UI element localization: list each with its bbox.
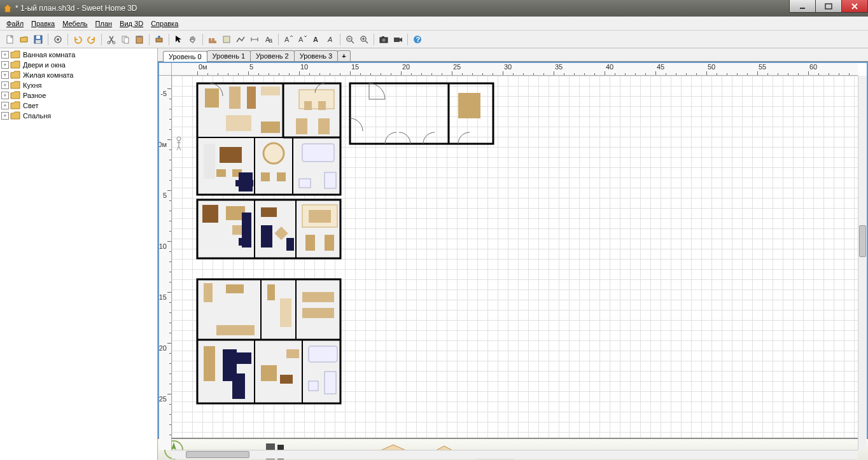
scrollbar-horizontal[interactable] bbox=[172, 450, 858, 459]
minimize-button[interactable] bbox=[789, 0, 816, 13]
create-dimensions-icon[interactable] bbox=[248, 33, 261, 46]
svg-rect-96 bbox=[280, 375, 293, 384]
svg-rect-4 bbox=[36, 36, 40, 39]
svg-rect-90 bbox=[302, 308, 334, 318]
open-file-icon[interactable] bbox=[18, 33, 31, 46]
create-rooms-icon[interactable] bbox=[220, 33, 233, 46]
undo-icon[interactable] bbox=[71, 33, 84, 46]
catalog-category[interactable]: +Жилая комната bbox=[1, 70, 156, 80]
menu-help[interactable]: Справка bbox=[147, 18, 182, 29]
level-tab-0[interactable]: Уровень 0 bbox=[163, 51, 207, 62]
catalog-category[interactable]: +Кухня bbox=[1, 80, 156, 90]
svg-rect-14 bbox=[156, 38, 162, 42]
svg-rect-97 bbox=[286, 349, 299, 358]
catalog-tree[interactable]: +Ванная комната+Двери и окна+Жилая комна… bbox=[0, 48, 157, 122]
expand-icon[interactable]: + bbox=[1, 51, 9, 59]
svg-rect-16 bbox=[209, 38, 211, 41]
svg-rect-5 bbox=[36, 40, 41, 43]
category-label: Спальня bbox=[23, 112, 51, 120]
save-file-icon[interactable] bbox=[32, 33, 45, 46]
svg-rect-51 bbox=[220, 147, 242, 163]
create-walls-icon[interactable] bbox=[206, 33, 219, 46]
catalog-category[interactable]: +Свет bbox=[1, 101, 156, 111]
add-furniture-icon[interactable] bbox=[153, 33, 165, 46]
svg-text:?: ? bbox=[416, 36, 421, 43]
ruler-vertical: -50м510152025 bbox=[159, 76, 172, 450]
text-increase-icon[interactable]: A bbox=[282, 33, 295, 46]
svg-rect-40 bbox=[229, 87, 241, 109]
menubar: Файл Правка Мебель План Вид 3D Справка bbox=[0, 17, 868, 31]
help-icon[interactable]: ? bbox=[411, 33, 424, 46]
create-video-icon[interactable] bbox=[391, 33, 404, 46]
catalog-category[interactable]: +Спальня bbox=[1, 111, 156, 121]
ruler-corner bbox=[159, 63, 172, 76]
catalog-category[interactable]: +Разное bbox=[1, 90, 156, 101]
catalog-category[interactable]: +Ванная комната bbox=[1, 50, 156, 60]
menu-3dview[interactable]: Вид 3D bbox=[116, 18, 147, 29]
redo-icon[interactable] bbox=[85, 33, 98, 46]
menu-furniture[interactable]: Мебель bbox=[59, 18, 91, 29]
svg-rect-18 bbox=[223, 36, 230, 43]
svg-rect-49 bbox=[318, 118, 330, 134]
category-label: Ванная комната bbox=[23, 51, 75, 59]
svg-rect-71 bbox=[261, 225, 272, 247]
cut-icon[interactable] bbox=[105, 33, 118, 46]
svg-rect-58 bbox=[277, 172, 286, 181]
close-button[interactable] bbox=[841, 0, 868, 13]
scrollbar-vertical[interactable] bbox=[858, 76, 867, 450]
create-polylines-icon[interactable] bbox=[234, 33, 247, 46]
svg-rect-59 bbox=[302, 144, 334, 162]
catalog-category[interactable]: +Двери и окна bbox=[1, 60, 156, 70]
preferences-icon[interactable] bbox=[52, 33, 64, 46]
text-decrease-icon[interactable]: A bbox=[296, 33, 309, 46]
floor-plan-drawing bbox=[172, 76, 858, 450]
separator bbox=[374, 34, 374, 45]
svg-point-28 bbox=[382, 38, 386, 41]
svg-rect-46 bbox=[304, 101, 312, 110]
menu-plan[interactable]: План bbox=[92, 18, 116, 29]
menu-edit[interactable]: Правка bbox=[27, 18, 59, 29]
svg-rect-15 bbox=[209, 41, 216, 43]
svg-rect-99 bbox=[325, 372, 336, 394]
text-bold-icon[interactable]: A bbox=[310, 33, 323, 46]
text-italic-icon[interactable]: A bbox=[324, 33, 337, 46]
plan-view[interactable]: 0м51015202530354045505560 -50м510152025 bbox=[158, 62, 868, 460]
new-file-icon[interactable] bbox=[4, 33, 17, 46]
svg-rect-67 bbox=[232, 225, 242, 235]
separator bbox=[48, 34, 48, 45]
maximize-button[interactable] bbox=[815, 0, 842, 13]
svg-rect-86 bbox=[216, 325, 255, 335]
paste-icon[interactable] bbox=[133, 33, 146, 46]
expand-icon[interactable]: + bbox=[1, 61, 9, 69]
level-tab-2[interactable]: Уровень 2 bbox=[250, 50, 295, 61]
svg-rect-91 bbox=[204, 346, 215, 381]
category-label: Свет bbox=[23, 102, 38, 109]
expand-icon[interactable]: + bbox=[1, 92, 9, 99]
scrollbar-thumb[interactable] bbox=[859, 225, 866, 257]
pan-icon[interactable] bbox=[186, 33, 199, 46]
folder-icon bbox=[10, 81, 20, 90]
level-tab-3[interactable]: Уровень 3 bbox=[294, 50, 339, 61]
select-icon[interactable] bbox=[172, 33, 185, 46]
menu-file[interactable]: Файл bbox=[3, 18, 27, 29]
zoom-in-icon[interactable] bbox=[358, 33, 370, 46]
level-tab-add[interactable]: + bbox=[337, 50, 350, 61]
expand-icon[interactable]: + bbox=[1, 71, 9, 79]
svg-rect-69 bbox=[239, 238, 251, 246]
scrollbar-thumb[interactable] bbox=[186, 451, 249, 458]
copy-icon[interactable] bbox=[119, 33, 132, 46]
expand-icon[interactable]: + bbox=[1, 81, 9, 89]
svg-rect-57 bbox=[261, 172, 270, 181]
category-label: Кухня bbox=[23, 81, 41, 89]
svg-rect-55 bbox=[235, 180, 253, 186]
level-tab-1[interactable]: Уровень 1 bbox=[207, 50, 251, 61]
create-photo-icon[interactable] bbox=[377, 33, 390, 46]
expand-icon[interactable]: + bbox=[1, 112, 9, 120]
plan-canvas[interactable] bbox=[172, 76, 858, 450]
zoom-out-icon[interactable] bbox=[344, 33, 356, 46]
folder-icon bbox=[10, 101, 20, 110]
expand-icon[interactable]: + bbox=[1, 102, 9, 109]
create-text-icon[interactable]: Aa bbox=[262, 33, 275, 46]
svg-text:A: A bbox=[284, 36, 290, 43]
svg-rect-50 bbox=[204, 144, 215, 179]
